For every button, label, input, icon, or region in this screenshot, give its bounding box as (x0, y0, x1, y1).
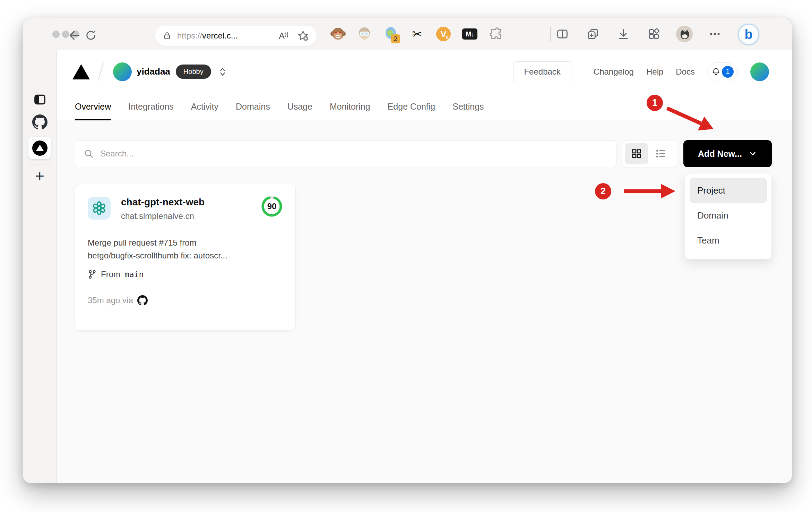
commit-line-2: betgo/bugfix-scrollthumb fix: autoscr... (88, 249, 285, 262)
search-icon (84, 148, 94, 159)
sidebar-panel-button[interactable] (23, 93, 57, 106)
add-new-label: Add New... (698, 149, 742, 159)
help-link[interactable]: Help (646, 67, 663, 77)
tab-overview[interactable]: Overview (75, 93, 111, 120)
branch-prefix: From (101, 270, 120, 279)
split-screen-icon (556, 27, 569, 41)
deployment-time: 35m ago via (88, 296, 133, 305)
back-button[interactable] (67, 28, 82, 43)
favorite-star-icon[interactable] (297, 30, 309, 42)
address-bar[interactable]: https://vercel.c... A (155, 26, 317, 46)
refresh-icon (85, 29, 97, 42)
openai-logo-icon (92, 200, 107, 216)
refresh-button[interactable] (83, 28, 98, 43)
grid-view-button[interactable] (625, 143, 648, 164)
project-card[interactable]: chat-gpt-next-web chat.simplenaive.cn 90 (75, 184, 296, 331)
granny-extension-button[interactable] (356, 26, 372, 42)
tab-edge-config[interactable]: Edge Config (388, 93, 435, 120)
docs-link[interactable]: Docs (676, 67, 695, 77)
desktop: https://vercel.c... A 2 (0, 0, 812, 512)
downloads-button[interactable] (615, 26, 632, 42)
apps-button[interactable] (646, 26, 662, 42)
annotation-step-1: 1 (647, 95, 663, 111)
team-row: yidadaa Hobby (72, 50, 226, 93)
project-domain[interactable]: chat.simplenaive.cn (121, 211, 261, 221)
plus-icon: + (35, 168, 44, 184)
sidebar-tab-github[interactable] (23, 114, 57, 130)
lighthouse-score[interactable]: 90 (261, 195, 283, 217)
more-menu-button[interactable] (707, 26, 723, 42)
dropdown-item-domain[interactable]: Domain (690, 203, 767, 228)
profile-button[interactable] (676, 26, 693, 42)
git-branch-icon (88, 270, 97, 279)
vercel-logo-icon[interactable] (72, 64, 90, 79)
vercel-header: yidadaa Hobby Feedback Changelog Help Do… (57, 50, 792, 93)
user-avatar[interactable] (750, 62, 769, 81)
url-host: vercel.c... (202, 31, 238, 40)
browser-sidebar: + (23, 50, 57, 483)
chevron-updown-icon (219, 67, 226, 77)
bell-icon (711, 67, 720, 76)
team-avatar[interactable] (113, 62, 132, 81)
extensions-row: 2 ✂ Vc M↓ (330, 26, 504, 42)
feedback-button[interactable]: Feedback (513, 61, 571, 82)
commit-line-1: Merge pull request #715 from (88, 236, 285, 249)
team-name[interactable]: yidadaa (137, 66, 170, 77)
dropdown-item-project[interactable]: Project (690, 178, 767, 203)
header-right: Feedback Changelog Help Docs 1 (513, 50, 769, 93)
project-card-top: chat-gpt-next-web chat.simplenaive.cn 90 (88, 197, 283, 221)
score-value: 90 (261, 195, 283, 217)
tab-settings[interactable]: Settings (452, 93, 484, 120)
sidebar-panel-icon (33, 93, 47, 106)
tab-monitoring[interactable]: Monitoring (330, 93, 370, 120)
tab-domains[interactable]: Domains (236, 93, 270, 120)
list-view-button[interactable] (649, 143, 672, 164)
markdown-extension-button[interactable]: M↓ (462, 26, 478, 42)
window-close-button[interactable] (52, 31, 60, 38)
bing-icon: b (744, 27, 752, 42)
new-tab-button[interactable]: + (23, 168, 57, 184)
sidebar-tab-vercel-active[interactable] (28, 137, 51, 159)
add-new-button[interactable]: Add New... (683, 140, 772, 167)
monkey-icon (330, 26, 346, 42)
deployment-commit-message[interactable]: Merge pull request #715 from betgo/bugfi… (88, 236, 285, 262)
notifications-button[interactable]: 1 (707, 62, 738, 81)
branch-name: main (124, 270, 144, 279)
granny-avatar-icon (356, 26, 372, 42)
view-toggle (622, 140, 677, 167)
toolbar-right-icons (554, 26, 723, 42)
translate-badge: 2 (391, 34, 400, 43)
chevron-down-icon (748, 149, 757, 158)
project-search[interactable] (75, 140, 616, 167)
back-icon (68, 29, 81, 42)
dropdown-item-team[interactable]: Team (690, 228, 767, 253)
branch-row: From main (88, 270, 283, 279)
translate-extension-button[interactable]: 2 (383, 26, 399, 42)
tab-activity[interactable]: Activity (191, 93, 218, 120)
github-icon (32, 114, 47, 130)
bing-chat-button[interactable]: b (738, 24, 759, 45)
video-extension-button[interactable]: Vc (435, 26, 451, 42)
changelog-link[interactable]: Changelog (594, 67, 634, 77)
collections-button[interactable] (585, 26, 601, 42)
project-favicon (88, 197, 111, 220)
search-input[interactable] (100, 149, 608, 159)
split-screen-button[interactable] (554, 26, 571, 42)
plan-badge: Hobby (176, 65, 211, 79)
team-switcher-button[interactable] (219, 67, 226, 77)
read-aloud-label: A (279, 31, 285, 41)
read-aloud-waves-icon (285, 31, 289, 39)
deployment-meta: 35m ago via (88, 295, 283, 306)
project-name[interactable]: chat-gpt-next-web (121, 197, 261, 208)
extensions-menu-button[interactable] (488, 26, 504, 42)
tab-usage[interactable]: Usage (287, 93, 312, 120)
tab-integrations[interactable]: Integrations (128, 93, 174, 120)
read-aloud-button[interactable]: A (279, 31, 289, 41)
browser-toolbar: https://vercel.c... A 2 (23, 18, 792, 50)
url-text: https://vercel.c... (177, 31, 279, 41)
browser-window: https://vercel.c... A 2 (23, 18, 792, 483)
scissors-extension-button[interactable]: ✂ (409, 26, 425, 42)
monkey-extension-button[interactable] (330, 26, 346, 42)
annotation-step-2: 2 (595, 183, 611, 199)
apps-icon (647, 27, 660, 41)
